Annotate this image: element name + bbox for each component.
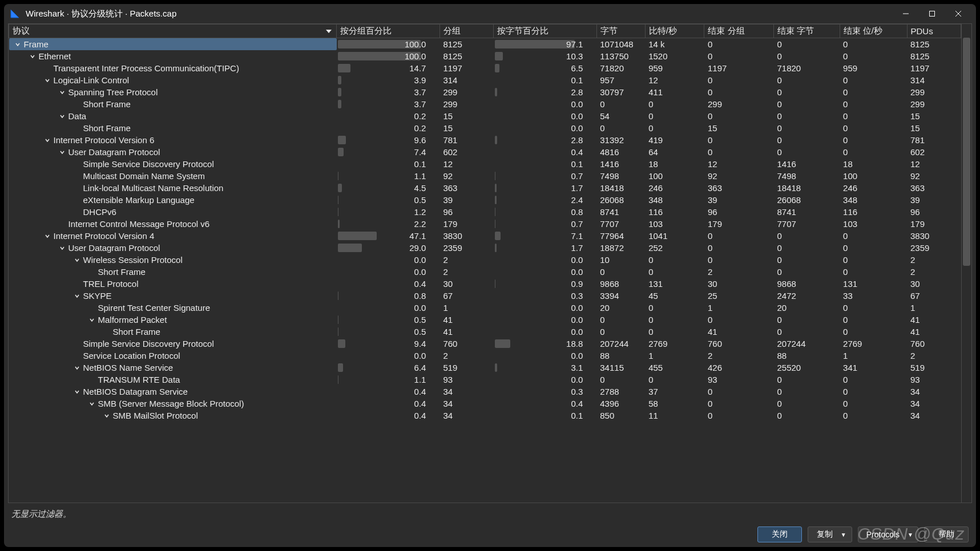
expand-icon[interactable] <box>58 88 66 96</box>
vertical-scrollbar[interactable] <box>961 24 971 503</box>
expand-icon[interactable] <box>73 364 81 372</box>
expand-icon[interactable] <box>88 316 96 324</box>
table-row[interactable]: User Datagram Protocol7.46020.4481664000… <box>9 146 961 158</box>
table-row[interactable]: SMB MailSlot Protocol0.4340.18501100034 <box>9 410 961 422</box>
table-row[interactable]: Ethernet100.0812510.311375015200008125 <box>9 50 961 62</box>
expand-icon[interactable] <box>88 400 96 408</box>
bits-per-sec: 419 <box>645 134 704 146</box>
column-header[interactable]: 字节 <box>596 25 645 38</box>
expand-icon[interactable] <box>58 244 66 252</box>
minimize-button[interactable] <box>893 5 919 22</box>
table-row[interactable]: Spanning Tree Protocol3.72992.8307974110… <box>9 86 961 98</box>
column-header[interactable]: 按分组百分比 <box>337 25 439 38</box>
column-header[interactable]: 比特/秒 <box>645 25 704 38</box>
bytes: 54 <box>596 110 645 122</box>
end-packets: 0 <box>704 230 774 242</box>
packets: 96 <box>439 206 493 218</box>
table-row[interactable]: Short Frame0.5410.000410041 <box>9 326 961 338</box>
table-row[interactable]: Simple Service Discovery Protocol0.1120.… <box>9 158 961 170</box>
expand-icon[interactable] <box>43 232 51 240</box>
column-header[interactable]: 结束 分组 <box>704 25 774 38</box>
table-row[interactable]: Internet Protocol Version 447.138307.177… <box>9 230 961 242</box>
bytes: 34115 <box>596 362 645 374</box>
table-row[interactable]: Spirent Test Center Signature0.010.02001… <box>9 302 961 314</box>
percent-bytes: 0.0 <box>494 255 593 265</box>
table-row[interactable]: Short Frame0.020.0002002 <box>9 266 961 278</box>
maximize-button[interactable] <box>919 5 945 22</box>
percent-packets: 0.0 <box>340 351 436 360</box>
pdus: 299 <box>907 98 961 110</box>
table-row[interactable]: TREL Protocol0.4300.9986813130986813130 <box>9 278 961 290</box>
expand-icon[interactable] <box>73 388 81 396</box>
protocols-button[interactable]: Protocols▼ <box>858 526 918 542</box>
percent-bytes: 0.4 <box>494 147 593 157</box>
end-bytes: 0 <box>773 74 840 86</box>
end-packets: 25 <box>704 290 774 302</box>
bits-per-sec: 2769 <box>645 338 704 350</box>
table-row[interactable]: Wireless Session Protocol0.020.01000002 <box>9 254 961 266</box>
expand-icon[interactable] <box>73 256 81 264</box>
table-row[interactable]: Simple Service Discovery Protocol9.47601… <box>9 338 961 350</box>
column-header[interactable]: PDUs <box>907 25 961 38</box>
end-bytes: 0 <box>773 398 840 410</box>
table-row[interactable]: SKYPE0.8670.33394452524723367 <box>9 290 961 302</box>
table-row[interactable]: Service Location Protocol0.020.088128812 <box>9 350 961 362</box>
end-packets: 96 <box>704 206 774 218</box>
column-header[interactable]: 分组 <box>439 25 493 38</box>
table-row[interactable]: Transparent Inter Process Communication(… <box>9 62 961 74</box>
table-row[interactable]: TRANSUM RTE Data1.1930.000930093 <box>9 374 961 386</box>
end-bytes: 0 <box>773 230 840 242</box>
table-row[interactable]: Frame100.0812597.1107104814 k0008125 <box>9 38 961 51</box>
expand-icon[interactable] <box>58 112 66 120</box>
table-row[interactable]: Multicast Domain Name System1.1920.77498… <box>9 170 961 182</box>
bits-per-sec: 64 <box>645 146 704 158</box>
percent-bytes: 1.7 <box>494 243 593 253</box>
close-dialog-button[interactable]: 关闭 <box>757 526 802 542</box>
end-bytes: 0 <box>773 146 840 158</box>
end-bits-per-sec: 0 <box>840 254 907 266</box>
table-row[interactable]: NetBIOS Name Service6.45193.134115455426… <box>9 362 961 374</box>
expand-icon[interactable] <box>73 292 81 300</box>
column-header[interactable]: 按字节百分比 <box>494 25 596 38</box>
table-row[interactable]: NetBIOS Datagram Service0.4340.327883700… <box>9 386 961 398</box>
end-bytes: 0 <box>773 374 840 386</box>
expand-icon[interactable] <box>43 136 51 144</box>
percent-bytes: 18.8 <box>494 339 593 349</box>
column-header[interactable]: 协议 <box>9 25 337 38</box>
table-row[interactable]: Malformed Packet0.5410.00000041 <box>9 314 961 326</box>
expand-icon[interactable] <box>103 412 111 420</box>
table-row[interactable]: Link-local Multicast Name Resolution4.53… <box>9 182 961 194</box>
expand-icon[interactable] <box>58 148 66 156</box>
tree-indent <box>58 220 66 228</box>
protocol-tree-grid[interactable]: 协议按分组百分比分组按字节百分比字节比特/秒结束 分组结束 字节结束 位/秒PD… <box>8 23 972 503</box>
table-row[interactable]: Data0.2150.054000015 <box>9 110 961 122</box>
percent-bytes: 10.3 <box>494 51 593 61</box>
table-row[interactable]: eXtensible Markup Language0.5392.4260683… <box>9 194 961 206</box>
table-row[interactable]: User Datagram Protocol29.023591.71887225… <box>9 242 961 254</box>
table-row[interactable]: Logical-Link Control3.93140.195712000314 <box>9 74 961 86</box>
end-packets: 93 <box>704 374 774 386</box>
end-packets: 299 <box>704 98 774 110</box>
end-bytes: 0 <box>773 98 840 110</box>
close-button[interactable] <box>945 5 971 22</box>
copy-button[interactable]: 复制▼ <box>808 526 852 542</box>
app-icon <box>9 7 21 20</box>
table-row[interactable]: Short Frame3.72990.00029900299 <box>9 98 961 110</box>
table-row[interactable]: Internet Control Message Protocol v62.21… <box>9 218 961 230</box>
column-header[interactable]: 结束 字节 <box>773 25 840 38</box>
table-row[interactable]: Internet Protocol Version 69.67812.83139… <box>9 134 961 146</box>
column-header[interactable]: 结束 位/秒 <box>840 25 907 38</box>
expand-icon[interactable] <box>29 52 37 60</box>
end-bytes: 25520 <box>773 362 840 374</box>
end-bits-per-sec: 959 <box>840 62 907 74</box>
bits-per-sec: 14 k <box>645 38 704 51</box>
table-row[interactable]: SMB (Server Message Block Protocol)0.434… <box>9 398 961 410</box>
expand-icon[interactable] <box>14 40 22 48</box>
percent-bytes: 0.0 <box>494 303 593 313</box>
help-button[interactable]: 帮助 <box>924 526 969 542</box>
table-row[interactable]: Short Frame0.2150.000150015 <box>9 122 961 134</box>
tree-indent <box>88 304 96 312</box>
expand-icon[interactable] <box>43 76 51 84</box>
table-row[interactable]: DHCPv61.2960.8874111696874111696 <box>9 206 961 218</box>
titlebar[interactable]: Wireshark · 协议分级统计 · Packets.cap <box>4 4 976 23</box>
